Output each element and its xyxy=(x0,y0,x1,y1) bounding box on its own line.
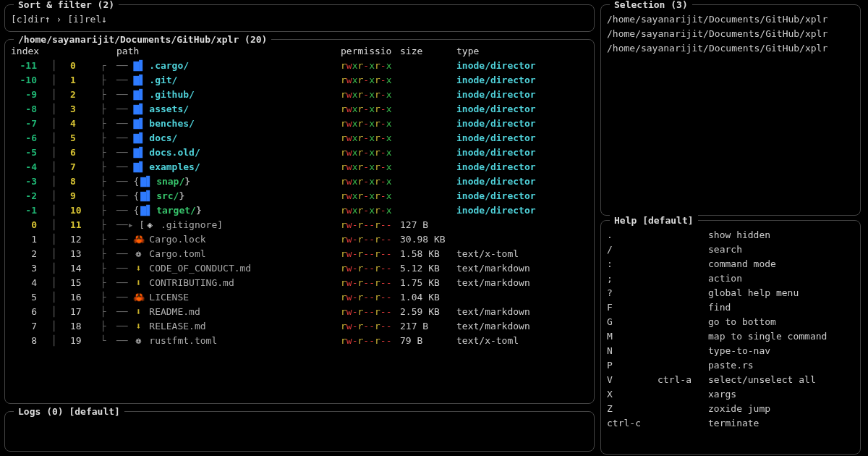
table-row[interactable]: 8│19└── ❁ rustfmt.tomlrw-r--r--79 Btext/… xyxy=(11,334,588,348)
help-alt-key xyxy=(658,271,708,286)
help-alt-key xyxy=(658,358,708,373)
table-row[interactable]: -5│6├── ▇▋ docs.old/rwxr-xr-xinode/direc… xyxy=(11,145,588,160)
file-name: CODE_OF_CONDUCT.md xyxy=(149,263,251,274)
permissions: rw-r--r-- xyxy=(341,247,400,261)
logs-title: Logs (0) [default] xyxy=(14,405,124,419)
table-row[interactable]: -9│2├── ▇▋ .github/rwxr-xr-xinode/direct… xyxy=(11,88,588,102)
table-row[interactable]: 0│11├──▸ ◈ .gitignorerw-r--r--127 B xyxy=(11,218,588,232)
help-alt-key xyxy=(658,242,708,257)
help-alt-key xyxy=(658,344,708,358)
selection-item[interactable]: /home/sayanarijit/Documents/GitHub/xplr xyxy=(607,41,854,56)
files-panel: /home/sayanarijit/Documents/GitHub/xplr … xyxy=(4,39,595,404)
permissions: rwxr-xr-x xyxy=(341,189,400,203)
file-type: inode/director xyxy=(456,59,572,73)
abs-index: 10 xyxy=(67,203,101,218)
table-row[interactable]: -4│7├── ▇▋ examples/rwxr-xr-xinode/direc… xyxy=(11,160,588,174)
file-type: inode/director xyxy=(456,117,572,131)
logs-panel: Logs (0) [default] xyxy=(4,411,595,452)
table-row[interactable]: 3│14├── ⬇ CODE_OF_CONDUCT.mdrw-r--r--5.1… xyxy=(11,261,588,276)
help-desc: go to bottom xyxy=(708,315,854,329)
file-type: inode/director xyxy=(456,189,572,203)
permissions: rwxr-xr-x xyxy=(341,160,400,174)
folder-icon: ▇▋ xyxy=(133,73,143,88)
file-size: 217 B xyxy=(400,319,456,334)
permissions: rw-r--r-- xyxy=(341,218,400,232)
file-name: target/ xyxy=(156,205,202,216)
help-title: Help [default] xyxy=(610,214,698,228)
file-type: inode/director xyxy=(456,174,572,189)
table-row[interactable]: -8│3├── ▇▋ assets/rwxr-xr-xinode/directo… xyxy=(11,102,588,117)
file-name: assets/ xyxy=(149,104,189,114)
file-type: text/markdown xyxy=(456,261,572,276)
abs-index: 0 xyxy=(67,59,101,73)
help-desc: action xyxy=(708,271,854,286)
rel-index: -9 xyxy=(11,88,41,102)
help-key: V xyxy=(607,373,658,387)
folder-icon: ▇▋ xyxy=(133,145,143,160)
rel-index: -4 xyxy=(11,160,41,174)
permissions: rwxr-xr-x xyxy=(341,102,400,117)
table-row[interactable]: -7│4├── ▇▋ benches/rwxr-xr-xinode/direct… xyxy=(11,117,588,131)
abs-index: 1 xyxy=(67,73,101,88)
tree-branch: ├ xyxy=(101,145,116,160)
tree-branch: ├ xyxy=(101,102,116,117)
tree-branch: ├ xyxy=(101,174,116,189)
rel-index: 0 xyxy=(11,218,41,232)
file-type: text/x-toml xyxy=(456,247,572,261)
tree-branch: ├ xyxy=(101,160,116,174)
abs-index: 5 xyxy=(67,131,101,145)
abs-index: 2 xyxy=(67,88,101,102)
help-key: G xyxy=(607,315,658,329)
help-key: . xyxy=(607,228,658,242)
rel-index: 7 xyxy=(11,319,41,334)
help-alt-key xyxy=(658,315,708,329)
permissions: rwxr-xr-x xyxy=(341,59,400,73)
tree-branch: ├ xyxy=(101,131,116,145)
tree-branch: ├ xyxy=(101,218,116,232)
help-row: /search xyxy=(607,242,854,257)
folder-icon: ▇▋ xyxy=(133,160,143,174)
table-row[interactable]: 1│12├── 🦀 Cargo.lockrw-r--r--30.98 KB xyxy=(11,232,588,247)
selection-title: Selection (3) xyxy=(610,0,692,12)
file-type: inode/director xyxy=(456,88,572,102)
table-row[interactable]: 2│13├── ❁ Cargo.tomlrw-r--r--1.58 KBtext… xyxy=(11,247,588,261)
table-row[interactable]: 5│16├── 🦀 LICENSErw-r--r--1.04 KB xyxy=(11,290,588,305)
help-row: Xxargs xyxy=(607,387,854,402)
help-key: P xyxy=(607,358,658,373)
file-size: 5.12 KB xyxy=(400,261,456,276)
folder-icon: ▇▋ xyxy=(140,174,150,189)
help-key: M xyxy=(607,329,658,344)
abs-index: 11 xyxy=(67,218,101,232)
file-type: inode/director xyxy=(456,145,572,160)
help-key: ? xyxy=(607,286,658,300)
table-row[interactable]: 6│17├── ⬇ README.mdrw-r--r--2.59 KBtext/… xyxy=(11,305,588,319)
table-row[interactable]: -10│1├── ▇▋ .git/rwxr-xr-xinode/director xyxy=(11,73,588,88)
table-row[interactable]: -3│8├── ▇▋ snap/rwxr-xr-xinode/director xyxy=(11,174,588,189)
file-icon: 🦀 xyxy=(133,290,143,305)
table-row[interactable]: -1│10├── ▇▋ target/rwxr-xr-xinode/direct… xyxy=(11,203,588,218)
table-row[interactable]: -11│0┌── ▇▋ .cargo/rwxr-xr-xinode/direct… xyxy=(11,59,588,73)
file-name: RELEASE.md xyxy=(149,321,205,332)
rel-index: 2 xyxy=(11,247,41,261)
file-size: 1.75 KB xyxy=(400,276,456,290)
selection-item[interactable]: /home/sayanarijit/Documents/GitHub/xplr xyxy=(607,12,854,27)
table-row[interactable]: -2│9├── ▇▋ src/rwxr-xr-xinode/director xyxy=(11,189,588,203)
header-type: type xyxy=(456,44,572,59)
permissions: rwxr-xr-x xyxy=(341,88,400,102)
file-size: 2.59 KB xyxy=(400,305,456,319)
tree-branch: ├ xyxy=(101,88,116,102)
folder-icon: ▇▋ xyxy=(140,203,150,218)
help-key: ; xyxy=(607,271,658,286)
table-row[interactable]: -6│5├── ▇▋ docs/rwxr-xr-xinode/director xyxy=(11,131,588,145)
table-row[interactable]: 4│15├── ⬇ CONTRIBUTING.mdrw-r--r--1.75 K… xyxy=(11,276,588,290)
permissions: rwxr-xr-x xyxy=(341,145,400,160)
file-type: inode/director xyxy=(456,160,572,174)
file-size: 30.98 KB xyxy=(400,232,456,247)
folder-icon: ▇▋ xyxy=(133,102,143,117)
tree-branch: ├ xyxy=(101,305,116,319)
permissions: rw-r--r-- xyxy=(341,319,400,334)
help-alt-key xyxy=(658,257,708,271)
selection-item[interactable]: /home/sayanarijit/Documents/GitHub/xplr xyxy=(607,27,854,41)
help-desc: paste.rs xyxy=(708,358,854,373)
table-row[interactable]: 7│18├── ⬇ RELEASE.mdrw-r--r--217 Btext/m… xyxy=(11,319,588,334)
